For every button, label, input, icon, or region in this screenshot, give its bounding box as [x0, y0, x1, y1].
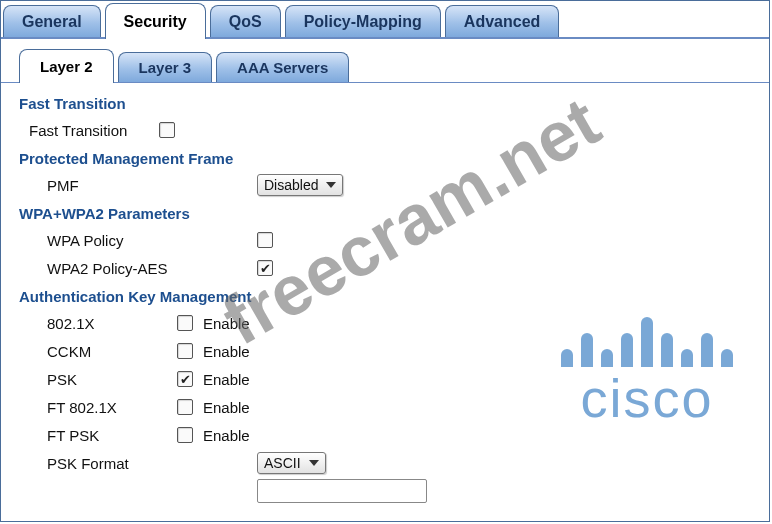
fast-transition-checkbox[interactable]: [159, 122, 175, 138]
psk-format-value: ASCII: [264, 455, 301, 471]
tab-aaa-servers[interactable]: AAA Servers: [216, 52, 349, 82]
layer2-content: Fast Transition Fast Transition Protecte…: [1, 83, 769, 515]
tab-layer3[interactable]: Layer 3: [118, 52, 213, 82]
top-tab-bar: General Security QoS Policy-Mapping Adva…: [1, 1, 769, 39]
wpa-policy-checkbox[interactable]: [257, 232, 273, 248]
pmf-select[interactable]: Disabled: [257, 174, 343, 196]
tab-qos[interactable]: QoS: [210, 5, 281, 37]
akm-ft-dot1x-enable: Enable: [203, 399, 250, 416]
chevron-down-icon: [309, 460, 319, 466]
section-wpa-params: WPA+WPA2 Parameters: [19, 205, 759, 222]
psk-format-label: PSK Format: [47, 455, 257, 472]
fast-transition-label: Fast Transition: [29, 122, 159, 139]
security-config-panel: General Security QoS Policy-Mapping Adva…: [0, 0, 770, 522]
tab-general[interactable]: General: [3, 5, 101, 37]
cisco-bars-icon: [561, 311, 733, 367]
akm-ft-dot1x-checkbox[interactable]: [177, 399, 193, 415]
cisco-logo: cisco: [561, 311, 733, 425]
chevron-down-icon: [326, 182, 336, 188]
pmf-select-value: Disabled: [264, 177, 318, 193]
pmf-label: PMF: [47, 177, 257, 194]
wpa-policy-label: WPA Policy: [47, 232, 257, 249]
akm-ft-psk-label: FT PSK: [47, 427, 177, 444]
psk-key-input[interactable]: [257, 479, 427, 503]
akm-psk-checkbox[interactable]: ✔: [177, 371, 193, 387]
tab-security[interactable]: Security: [105, 3, 206, 39]
section-akm: Authentication Key Management: [19, 288, 759, 305]
akm-ft-psk-checkbox[interactable]: [177, 427, 193, 443]
akm-cckm-enable: Enable: [203, 343, 250, 360]
sub-tab-bar: Layer 2 Layer 3 AAA Servers: [1, 47, 769, 83]
akm-dot1x-enable: Enable: [203, 315, 250, 332]
akm-ft-psk-enable: Enable: [203, 427, 250, 444]
psk-format-select[interactable]: ASCII: [257, 452, 326, 474]
wpa2-policy-aes-label: WPA2 Policy-AES: [47, 260, 257, 277]
akm-psk-label: PSK: [47, 371, 177, 388]
akm-ft-dot1x-label: FT 802.1X: [47, 399, 177, 416]
tab-policy-mapping[interactable]: Policy-Mapping: [285, 5, 441, 37]
akm-dot1x-checkbox[interactable]: [177, 315, 193, 331]
akm-cckm-label: CCKM: [47, 343, 177, 360]
section-fast-transition: Fast Transition: [19, 95, 759, 112]
akm-psk-enable: Enable: [203, 371, 250, 388]
tab-layer2[interactable]: Layer 2: [19, 49, 114, 83]
tab-advanced[interactable]: Advanced: [445, 5, 559, 37]
section-pmf: Protected Management Frame: [19, 150, 759, 167]
akm-cckm-checkbox[interactable]: [177, 343, 193, 359]
cisco-text: cisco: [561, 371, 733, 425]
wpa2-policy-aes-checkbox[interactable]: ✔: [257, 260, 273, 276]
akm-dot1x-label: 802.1X: [47, 315, 177, 332]
